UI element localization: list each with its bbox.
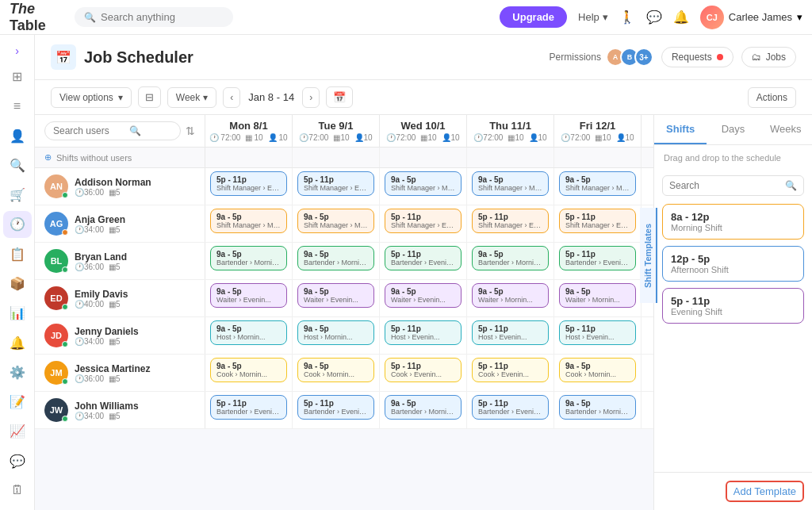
- sort-users-button[interactable]: ⇅: [186, 125, 195, 137]
- shift-block[interactable]: 5p - 11p Bartender › Evenin...: [559, 246, 636, 270]
- help-button[interactable]: Help ▾: [578, 11, 608, 23]
- shift-block[interactable]: 9a - 5p Waiter › Evenin...: [385, 283, 462, 308]
- shift-bryan-thu[interactable]: 9a - 5p Bartender › Mornin...: [467, 243, 554, 279]
- upgrade-button[interactable]: Upgrade: [500, 6, 567, 28]
- sidebar-icon-chart[interactable]: 📊: [3, 300, 32, 326]
- sidebar-icon-message[interactable]: 💬: [3, 447, 32, 474]
- shift-john-fri[interactable]: 9a - 5p Bartender › Mornin...: [554, 392, 642, 428]
- shift-block[interactable]: 9a - 5p Cook › Mornin...: [559, 358, 636, 382]
- shift-block[interactable]: 5p - 11p Cook › Evenin...: [385, 358, 462, 382]
- shift-bryan-wed[interactable]: 5p - 11p Bartender › Evenin...: [380, 243, 467, 279]
- shift-block[interactable]: 5p - 11p Shift Manager › Even: [210, 171, 287, 196]
- shift-anja-tue[interactable]: 9a - 5p Shift Manager › Morr: [293, 205, 380, 242]
- shift-block[interactable]: 9a - 5p Shift Manager › Morr: [210, 209, 287, 233]
- search-input[interactable]: [101, 11, 212, 23]
- shift-john-thu[interactable]: 5p - 11p Bartender › Evenin...: [467, 392, 554, 428]
- prev-date-button[interactable]: ‹: [223, 87, 240, 108]
- shift-block[interactable]: 9a - 5p Shift Manager › Morr: [472, 171, 549, 196]
- sidebar-icon-bell[interactable]: 🔔: [3, 329, 32, 355]
- sidebar-icon-cart[interactable]: 🛒: [3, 182, 32, 208]
- global-search-bar[interactable]: 🔍: [75, 7, 233, 27]
- sidebar-icon-analytics[interactable]: 📈: [3, 418, 32, 444]
- panel-search-field[interactable]: 🔍: [662, 175, 804, 196]
- shift-templates-vertical-tab[interactable]: Shift Templates: [640, 208, 657, 303]
- shift-jessica-thu[interactable]: 5p - 11p Cook › Evenin...: [467, 355, 554, 391]
- shift-block[interactable]: 9a - 5p Shift Manager › Morr: [385, 171, 462, 196]
- shift-block[interactable]: 5p - 11p Shift Manager › Even: [385, 209, 462, 233]
- shift-block[interactable]: 5p - 11p Bartender › Evenin...: [297, 395, 374, 420]
- shift-block[interactable]: 9a - 5p Waiter › Evenin...: [297, 283, 374, 308]
- shift-block[interactable]: 5p - 11p Bartender › Evenin...: [385, 246, 462, 270]
- shift-anja-wed[interactable]: 5p - 11p Shift Manager › Even: [380, 205, 467, 242]
- shift-emily-fri[interactable]: 9a - 5p Waiter › Mornin...: [554, 280, 642, 316]
- sidebar-icon-user[interactable]: 👤: [3, 123, 32, 149]
- shift-block[interactable]: 9a - 5p Bartender › Mornin...: [385, 395, 462, 420]
- shift-jenny-mon[interactable]: 9a - 5p Host › Mornin...: [205, 317, 293, 354]
- sidebar-icon-calendar[interactable]: 🗓: [3, 477, 32, 504]
- shift-block[interactable]: 5p - 11p Bartender › Evenin...: [210, 395, 287, 420]
- permissions-section[interactable]: Permissions A B 3+: [550, 48, 653, 67]
- shift-bryan-mon[interactable]: 9a - 5p Bartender › Mornin...: [205, 243, 293, 279]
- search-users-input[interactable]: [53, 125, 124, 136]
- search-users-field[interactable]: 🔍: [44, 121, 181, 140]
- shift-block[interactable]: 9a - 5p Bartender › Mornin...: [559, 395, 636, 420]
- chat-icon[interactable]: 💬: [646, 10, 662, 25]
- shift-john-tue[interactable]: 5p - 11p Bartender › Evenin...: [293, 392, 380, 428]
- week-selector[interactable]: Week ▾: [167, 87, 216, 108]
- shift-block[interactable]: 9a - 5p Host › Mornin...: [210, 320, 287, 345]
- shift-block[interactable]: 5p - 11p Host › Evenin...: [559, 320, 636, 345]
- shift-emily-mon[interactable]: 9a - 5p Waiter › Evenin...: [205, 280, 293, 316]
- shift-block[interactable]: 9a - 5p Waiter › Evenin...: [210, 283, 287, 308]
- shift-bryan-fri[interactable]: 5p - 11p Bartender › Evenin...: [554, 243, 642, 279]
- sidebar-icon-grid[interactable]: ⊞: [3, 63, 32, 90]
- shift-jessica-mon[interactable]: 9a - 5p Cook › Mornin...: [205, 355, 293, 391]
- shift-block[interactable]: 9a - 5p Bartender › Mornin...: [297, 246, 374, 270]
- expand-icon[interactable]: ⊕: [44, 152, 52, 163]
- shift-anja-fri[interactable]: 5p - 11p Shift Manager › Even: [554, 205, 642, 242]
- shift-template-evening[interactable]: 5p - 11p Evening Shift: [662, 288, 804, 324]
- shift-jessica-fri[interactable]: 9a - 5p Cook › Mornin...: [554, 355, 642, 391]
- shift-block[interactable]: 9a - 5p Waiter › Mornin...: [559, 283, 636, 308]
- sidebar-icon-settings[interactable]: ⚙️: [3, 359, 32, 385]
- shift-anja-thu[interactable]: 5p - 11p Shift Manager › Even: [467, 205, 554, 242]
- shift-addison-thu[interactable]: 9a - 5p Shift Manager › Morr: [467, 168, 554, 205]
- shift-jessica-tue[interactable]: 9a - 5p Cook › Mornin...: [293, 355, 380, 391]
- shift-addison-wed[interactable]: 9a - 5p Shift Manager › Morr: [380, 168, 467, 205]
- shift-emily-thu[interactable]: 9a - 5p Waiter › Mornin...: [467, 280, 554, 316]
- shift-emily-wed[interactable]: 9a - 5p Waiter › Evenin...: [380, 280, 467, 316]
- shift-jenny-thu[interactable]: 5p - 11p Host › Evenin...: [467, 317, 554, 354]
- shift-block[interactable]: 5p - 11p Host › Evenin...: [472, 320, 549, 345]
- shift-block[interactable]: 5p - 11p Shift Manager › Even: [297, 171, 374, 196]
- shift-block[interactable]: 9a - 5p Cook › Mornin...: [210, 358, 287, 382]
- shift-addison-mon[interactable]: 5p - 11p Shift Manager › Even: [205, 168, 293, 205]
- actions-button[interactable]: Actions: [748, 87, 796, 108]
- shift-block[interactable]: 5p - 11p Shift Manager › Even: [559, 209, 636, 233]
- shift-jessica-wed[interactable]: 5p - 11p Cook › Evenin...: [380, 355, 467, 391]
- shift-addison-fri[interactable]: 9a - 5p Shift Manager › Morr: [554, 168, 642, 205]
- shift-john-mon[interactable]: 5p - 11p Bartender › Evenin...: [205, 392, 293, 428]
- shift-block[interactable]: 9a - 5p Bartender › Mornin...: [210, 246, 287, 270]
- shift-anja-mon[interactable]: 9a - 5p Shift Manager › Morr: [205, 205, 293, 242]
- tab-days[interactable]: Days: [707, 115, 759, 144]
- shift-block[interactable]: 9a - 5p Shift Manager › Morr: [297, 209, 374, 233]
- shift-jenny-wed[interactable]: 5p - 11p Host › Evenin...: [380, 317, 467, 354]
- shift-block[interactable]: 9a - 5p Host › Mornin...: [297, 320, 374, 345]
- shift-template-morning[interactable]: 8a - 12p Morning Shift: [662, 204, 804, 240]
- shift-emily-tue[interactable]: 9a - 5p Waiter › Evenin...: [293, 280, 380, 316]
- sidebar-icon-clock[interactable]: 🕐: [3, 211, 32, 237]
- tab-shifts[interactable]: Shifts: [654, 115, 707, 144]
- requests-button[interactable]: Requests: [661, 47, 733, 67]
- add-template-button[interactable]: Add Template: [726, 481, 804, 502]
- sidebar-icon-search[interactable]: 🔍: [3, 152, 32, 178]
- shift-block[interactable]: 9a - 5p Bartender › Mornin...: [472, 246, 549, 270]
- calendar-view-button[interactable]: 📅: [326, 86, 353, 108]
- shift-block[interactable]: 9a - 5p Waiter › Mornin...: [472, 283, 549, 308]
- tab-weeks[interactable]: Weeks: [760, 115, 812, 144]
- shift-block[interactable]: 5p - 11p Bartender › Evenin...: [472, 395, 549, 420]
- sidebar-icon-menu[interactable]: ≡: [3, 93, 32, 119]
- shift-block[interactable]: 5p - 11p Cook › Evenin...: [472, 358, 549, 382]
- shift-block[interactable]: 5p - 11p Shift Manager › Even: [472, 209, 549, 233]
- shift-block[interactable]: 5p - 11p Host › Evenin...: [385, 320, 462, 345]
- sidebar-expand-button[interactable]: ›: [12, 41, 22, 60]
- shift-addison-tue[interactable]: 5p - 11p Shift Manager › Even: [293, 168, 380, 205]
